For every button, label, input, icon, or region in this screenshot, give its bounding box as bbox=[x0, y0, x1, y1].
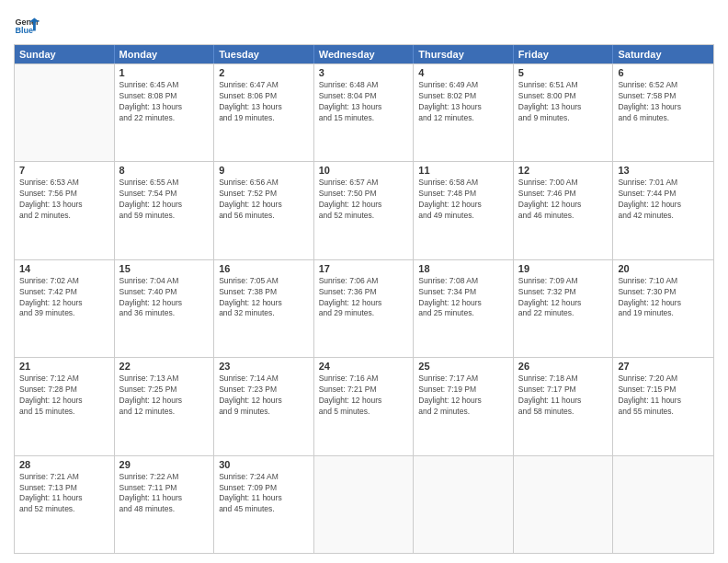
calendar-header: SundayMondayTuesdayWednesdayThursdayFrid… bbox=[15, 45, 713, 63]
page: General Blue SundayMondayTuesdayWednesda… bbox=[0, 0, 728, 563]
day-info: Sunrise: 6:47 AMSunset: 8:06 PMDaylight:… bbox=[219, 80, 309, 124]
day-cell-15: 15Sunrise: 7:04 AMSunset: 7:40 PMDayligh… bbox=[115, 260, 215, 357]
day-cell-24: 24Sunrise: 7:16 AMSunset: 7:21 PMDayligh… bbox=[314, 358, 415, 454]
day-number: 5 bbox=[518, 67, 609, 78]
day-info: Sunrise: 6:58 AMSunset: 7:48 PMDaylight:… bbox=[418, 178, 508, 222]
day-cell-22: 22Sunrise: 7:13 AMSunset: 7:25 PMDayligh… bbox=[115, 358, 215, 454]
day-cell-18: 18Sunrise: 7:08 AMSunset: 7:34 PMDayligh… bbox=[414, 260, 514, 357]
day-cell-2: 2Sunrise: 6:47 AMSunset: 8:06 PMDaylight… bbox=[214, 64, 314, 161]
day-info: Sunrise: 6:48 AMSunset: 8:04 PMDaylight:… bbox=[319, 80, 409, 124]
day-cell-28: 28Sunrise: 7:21 AMSunset: 7:13 PMDayligh… bbox=[15, 456, 115, 553]
day-info: Sunrise: 7:04 AMSunset: 7:40 PMDaylight:… bbox=[119, 276, 210, 320]
day-cell-9: 9Sunrise: 6:56 AMSunset: 7:52 PMDaylight… bbox=[214, 162, 314, 259]
day-info: Sunrise: 7:20 AMSunset: 7:15 PMDaylight:… bbox=[618, 373, 709, 418]
day-info: Sunrise: 6:57 AMSunset: 7:50 PMDaylight:… bbox=[319, 178, 409, 222]
day-number: 14 bbox=[19, 263, 109, 274]
header-day-sunday: Sunday bbox=[15, 45, 115, 63]
day-info: Sunrise: 7:02 AMSunset: 7:42 PMDaylight:… bbox=[19, 276, 109, 320]
day-info: Sunrise: 7:10 AMSunset: 7:30 PMDaylight:… bbox=[618, 276, 709, 320]
day-number: 25 bbox=[418, 361, 508, 372]
header-day-saturday: Saturday bbox=[613, 45, 713, 63]
day-info: Sunrise: 6:45 AMSunset: 8:08 PMDaylight:… bbox=[119, 80, 210, 124]
empty-cell-4-5 bbox=[514, 456, 614, 553]
day-cell-19: 19Sunrise: 7:09 AMSunset: 7:32 PMDayligh… bbox=[514, 260, 614, 357]
day-number: 7 bbox=[19, 165, 109, 176]
day-info: Sunrise: 7:09 AMSunset: 7:32 PMDaylight:… bbox=[518, 276, 609, 320]
empty-cell-4-4 bbox=[414, 456, 514, 553]
day-number: 26 bbox=[518, 361, 609, 372]
day-cell-30: 30Sunrise: 7:24 AMSunset: 7:09 PMDayligh… bbox=[214, 456, 314, 553]
svg-text:Blue: Blue bbox=[15, 26, 33, 35]
day-cell-21: 21Sunrise: 7:12 AMSunset: 7:28 PMDayligh… bbox=[15, 358, 115, 454]
day-info: Sunrise: 7:01 AMSunset: 7:44 PMDaylight:… bbox=[618, 178, 709, 222]
header-day-thursday: Thursday bbox=[414, 45, 514, 63]
day-cell-7: 7Sunrise: 6:53 AMSunset: 7:56 PMDaylight… bbox=[15, 162, 115, 259]
header-day-tuesday: Tuesday bbox=[214, 45, 314, 63]
day-cell-17: 17Sunrise: 7:06 AMSunset: 7:36 PMDayligh… bbox=[314, 260, 415, 357]
calendar-row-5: 28Sunrise: 7:21 AMSunset: 7:13 PMDayligh… bbox=[15, 455, 713, 553]
day-number: 4 bbox=[418, 67, 508, 78]
day-cell-8: 8Sunrise: 6:55 AMSunset: 7:54 PMDaylight… bbox=[115, 162, 215, 259]
day-cell-6: 6Sunrise: 6:52 AMSunset: 7:58 PMDaylight… bbox=[613, 64, 713, 161]
day-number: 16 bbox=[219, 263, 309, 274]
calendar-row-2: 7Sunrise: 6:53 AMSunset: 7:56 PMDaylight… bbox=[15, 161, 713, 259]
day-info: Sunrise: 7:13 AMSunset: 7:25 PMDaylight:… bbox=[119, 373, 210, 418]
day-number: 6 bbox=[618, 67, 709, 78]
day-info: Sunrise: 7:16 AMSunset: 7:21 PMDaylight:… bbox=[319, 373, 409, 418]
day-cell-25: 25Sunrise: 7:17 AMSunset: 7:19 PMDayligh… bbox=[414, 358, 514, 454]
day-info: Sunrise: 7:22 AMSunset: 7:11 PMDaylight:… bbox=[119, 472, 210, 516]
day-cell-3: 3Sunrise: 6:48 AMSunset: 8:04 PMDaylight… bbox=[314, 64, 415, 161]
day-info: Sunrise: 6:51 AMSunset: 8:00 PMDaylight:… bbox=[518, 80, 609, 124]
day-cell-29: 29Sunrise: 7:22 AMSunset: 7:11 PMDayligh… bbox=[115, 456, 215, 553]
day-info: Sunrise: 6:49 AMSunset: 8:02 PMDaylight:… bbox=[418, 80, 508, 124]
day-info: Sunrise: 6:56 AMSunset: 7:52 PMDaylight:… bbox=[219, 178, 309, 222]
day-number: 29 bbox=[119, 459, 210, 470]
day-info: Sunrise: 7:14 AMSunset: 7:23 PMDaylight:… bbox=[219, 373, 309, 418]
day-number: 2 bbox=[219, 67, 309, 78]
day-info: Sunrise: 6:52 AMSunset: 7:58 PMDaylight:… bbox=[618, 80, 709, 124]
day-cell-4: 4Sunrise: 6:49 AMSunset: 8:02 PMDaylight… bbox=[414, 64, 514, 161]
day-number: 20 bbox=[618, 263, 709, 274]
header: General Blue bbox=[14, 9, 714, 39]
day-number: 19 bbox=[518, 263, 609, 274]
day-number: 22 bbox=[119, 361, 210, 372]
empty-cell-4-6 bbox=[613, 456, 713, 553]
day-number: 24 bbox=[319, 361, 409, 372]
day-cell-26: 26Sunrise: 7:18 AMSunset: 7:17 PMDayligh… bbox=[514, 358, 614, 454]
day-info: Sunrise: 7:08 AMSunset: 7:34 PMDaylight:… bbox=[418, 276, 508, 320]
day-cell-1: 1Sunrise: 6:45 AMSunset: 8:08 PMDaylight… bbox=[115, 64, 215, 161]
day-number: 9 bbox=[219, 165, 309, 176]
day-number: 13 bbox=[618, 165, 709, 176]
logo: General Blue bbox=[14, 13, 43, 39]
header-day-wednesday: Wednesday bbox=[314, 45, 415, 63]
calendar-row-3: 14Sunrise: 7:02 AMSunset: 7:42 PMDayligh… bbox=[15, 259, 713, 357]
day-info: Sunrise: 7:05 AMSunset: 7:38 PMDaylight:… bbox=[219, 276, 309, 320]
day-info: Sunrise: 7:24 AMSunset: 7:09 PMDaylight:… bbox=[219, 472, 309, 516]
day-number: 21 bbox=[19, 361, 109, 372]
day-cell-27: 27Sunrise: 7:20 AMSunset: 7:15 PMDayligh… bbox=[613, 358, 713, 454]
day-cell-11: 11Sunrise: 6:58 AMSunset: 7:48 PMDayligh… bbox=[414, 162, 514, 259]
day-cell-12: 12Sunrise: 7:00 AMSunset: 7:46 PMDayligh… bbox=[514, 162, 614, 259]
day-cell-5: 5Sunrise: 6:51 AMSunset: 8:00 PMDaylight… bbox=[514, 64, 614, 161]
header-day-monday: Monday bbox=[115, 45, 215, 63]
empty-cell-4-3 bbox=[314, 456, 415, 553]
day-cell-20: 20Sunrise: 7:10 AMSunset: 7:30 PMDayligh… bbox=[613, 260, 713, 357]
day-info: Sunrise: 7:18 AMSunset: 7:17 PMDaylight:… bbox=[518, 373, 609, 418]
day-number: 8 bbox=[119, 165, 210, 176]
day-info: Sunrise: 7:00 AMSunset: 7:46 PMDaylight:… bbox=[518, 178, 609, 222]
day-info: Sunrise: 7:06 AMSunset: 7:36 PMDaylight:… bbox=[319, 276, 409, 320]
day-info: Sunrise: 7:17 AMSunset: 7:19 PMDaylight:… bbox=[418, 373, 508, 418]
day-cell-16: 16Sunrise: 7:05 AMSunset: 7:38 PMDayligh… bbox=[214, 260, 314, 357]
calendar-row-1: 1Sunrise: 6:45 AMSunset: 8:08 PMDaylight… bbox=[15, 63, 713, 161]
day-info: Sunrise: 7:21 AMSunset: 7:13 PMDaylight:… bbox=[19, 472, 109, 516]
header-day-friday: Friday bbox=[514, 45, 614, 63]
empty-cell-0-0 bbox=[15, 64, 115, 161]
calendar-row-4: 21Sunrise: 7:12 AMSunset: 7:28 PMDayligh… bbox=[15, 357, 713, 454]
day-number: 17 bbox=[319, 263, 409, 274]
day-cell-13: 13Sunrise: 7:01 AMSunset: 7:44 PMDayligh… bbox=[613, 162, 713, 259]
day-info: Sunrise: 6:53 AMSunset: 7:56 PMDaylight:… bbox=[19, 178, 109, 222]
day-number: 11 bbox=[418, 165, 508, 176]
day-cell-14: 14Sunrise: 7:02 AMSunset: 7:42 PMDayligh… bbox=[15, 260, 115, 357]
day-number: 3 bbox=[319, 67, 409, 78]
calendar-body: 1Sunrise: 6:45 AMSunset: 8:08 PMDaylight… bbox=[15, 63, 713, 553]
